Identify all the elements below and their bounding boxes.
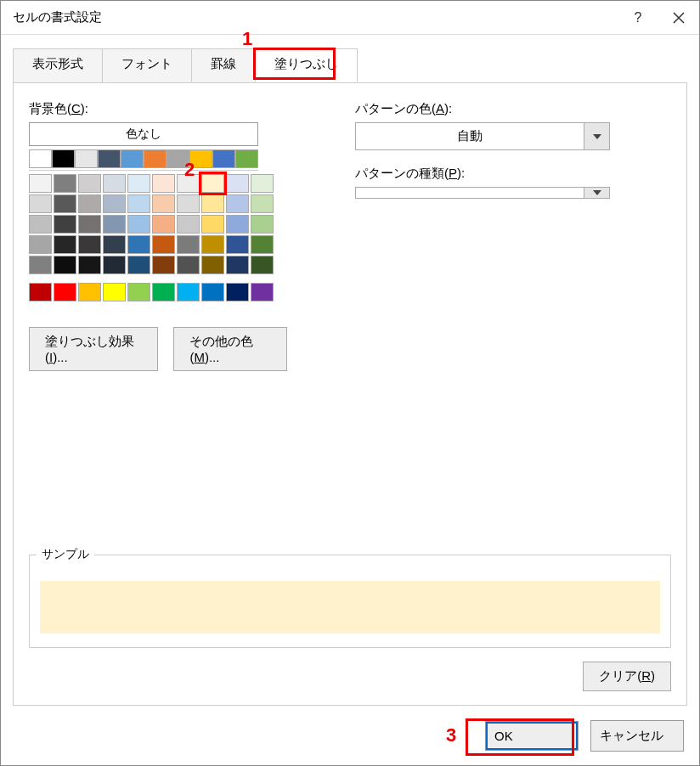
- tab-border[interactable]: 罫線: [191, 48, 256, 82]
- color-swatch[interactable]: [226, 283, 249, 301]
- color-swatch[interactable]: [251, 174, 274, 193]
- color-swatch[interactable]: [103, 194, 126, 213]
- color-swatch[interactable]: [54, 174, 76, 193]
- color-swatch[interactable]: [127, 174, 150, 193]
- color-swatch[interactable]: [177, 174, 200, 193]
- color-swatch[interactable]: [177, 215, 200, 234]
- color-swatch[interactable]: [226, 174, 249, 193]
- close-icon: [673, 12, 685, 24]
- sample-fieldset: サンプル: [29, 555, 671, 648]
- tab-fill[interactable]: 塗りつぶし: [255, 48, 358, 82]
- help-button[interactable]: ?: [618, 1, 658, 35]
- color-swatch[interactable]: [29, 194, 52, 213]
- color-swatch[interactable]: [54, 283, 76, 301]
- more-colors-button[interactable]: その他の色(M)...: [173, 327, 287, 371]
- color-swatch[interactable]: [29, 215, 52, 234]
- color-swatch[interactable]: [177, 283, 200, 301]
- standard-colors-grid: [29, 283, 287, 301]
- tab-font[interactable]: フォント: [102, 48, 192, 82]
- color-swatch[interactable]: [78, 283, 101, 301]
- clear-button[interactable]: クリア(R): [583, 662, 671, 691]
- color-swatch[interactable]: [177, 256, 200, 274]
- color-swatch[interactable]: [189, 149, 212, 168]
- color-swatch[interactable]: [29, 283, 52, 301]
- color-swatch[interactable]: [177, 235, 200, 254]
- color-swatch[interactable]: [54, 194, 76, 213]
- color-swatch[interactable]: [251, 235, 274, 254]
- pattern-type-dropdown[interactable]: [355, 187, 610, 199]
- color-swatch[interactable]: [103, 283, 126, 301]
- color-swatch[interactable]: [226, 235, 249, 254]
- color-swatch[interactable]: [127, 235, 150, 254]
- color-swatch[interactable]: [103, 174, 126, 193]
- color-swatch[interactable]: [201, 283, 224, 301]
- pattern-color-value: 自動: [356, 123, 584, 149]
- color-swatch[interactable]: [127, 256, 150, 274]
- color-swatch[interactable]: [29, 149, 52, 168]
- color-swatch[interactable]: [78, 235, 101, 254]
- color-swatch[interactable]: [167, 149, 189, 168]
- color-swatch[interactable]: [98, 149, 121, 168]
- color-swatch[interactable]: [152, 194, 175, 213]
- color-swatch[interactable]: [52, 149, 75, 168]
- color-swatch[interactable]: [201, 256, 224, 274]
- color-swatch[interactable]: [152, 215, 175, 234]
- tab-strip: 表示形式 フォント 罫線 塗りつぶし: [1, 48, 699, 82]
- dialog-footer: OK キャンセル: [1, 706, 699, 765]
- color-swatch[interactable]: [251, 256, 274, 274]
- color-swatch[interactable]: [226, 194, 249, 213]
- color-swatch[interactable]: [152, 235, 175, 254]
- color-swatch[interactable]: [127, 194, 150, 213]
- color-swatch[interactable]: [226, 256, 249, 274]
- pattern-color-dropdown[interactable]: 自動: [355, 122, 610, 150]
- chevron-down-icon: [584, 188, 609, 198]
- color-swatch[interactable]: [212, 149, 235, 168]
- color-swatch[interactable]: [201, 174, 224, 193]
- color-swatch[interactable]: [177, 194, 200, 213]
- pattern-type-value: [356, 188, 584, 198]
- chevron-down-icon: [584, 123, 609, 149]
- tab-content-fill: 背景色(C): 色なし 塗りつぶし効果(I)... その他の色(M)...: [13, 82, 687, 706]
- color-swatch[interactable]: [251, 194, 274, 213]
- color-swatch[interactable]: [54, 235, 76, 254]
- pattern-type-label: パターンの種類(P):: [355, 166, 671, 182]
- color-swatch[interactable]: [103, 215, 126, 234]
- color-swatch[interactable]: [226, 215, 249, 234]
- cancel-button[interactable]: キャンセル: [590, 720, 684, 752]
- color-swatch[interactable]: [78, 215, 101, 234]
- tab-format[interactable]: 表示形式: [13, 48, 103, 82]
- bgcolor-label: 背景色(C):: [29, 101, 287, 117]
- color-swatch[interactable]: [201, 235, 224, 254]
- theme-shades-grid: [29, 174, 287, 274]
- dialog-title: セルの書式設定: [13, 9, 618, 25]
- color-swatch[interactable]: [54, 256, 76, 274]
- color-swatch[interactable]: [78, 194, 101, 213]
- color-swatch[interactable]: [152, 256, 175, 274]
- pattern-color-label: パターンの色(A):: [355, 101, 671, 117]
- color-swatch[interactable]: [251, 283, 274, 301]
- color-swatch[interactable]: [251, 215, 274, 234]
- color-swatch[interactable]: [29, 235, 52, 254]
- color-swatch[interactable]: [103, 235, 126, 254]
- color-swatch[interactable]: [78, 174, 101, 193]
- color-swatch[interactable]: [152, 174, 175, 193]
- titlebar: セルの書式設定 ?: [1, 1, 699, 35]
- color-swatch[interactable]: [127, 215, 150, 234]
- color-swatch[interactable]: [152, 283, 175, 301]
- color-swatch[interactable]: [75, 149, 98, 168]
- color-swatch[interactable]: [127, 283, 150, 301]
- color-swatch[interactable]: [121, 149, 144, 168]
- color-swatch[interactable]: [201, 215, 224, 234]
- color-swatch[interactable]: [103, 256, 126, 274]
- color-swatch[interactable]: [29, 174, 52, 193]
- fill-effects-button[interactable]: 塗りつぶし効果(I)...: [29, 327, 158, 371]
- color-swatch[interactable]: [78, 256, 101, 274]
- close-button[interactable]: [658, 1, 699, 35]
- color-swatch[interactable]: [144, 149, 167, 168]
- color-swatch[interactable]: [201, 194, 224, 213]
- color-swatch[interactable]: [235, 149, 258, 168]
- no-color-button[interactable]: 色なし: [29, 122, 258, 146]
- color-swatch[interactable]: [54, 215, 76, 234]
- color-swatch[interactable]: [29, 256, 52, 274]
- ok-button[interactable]: OK: [485, 721, 579, 751]
